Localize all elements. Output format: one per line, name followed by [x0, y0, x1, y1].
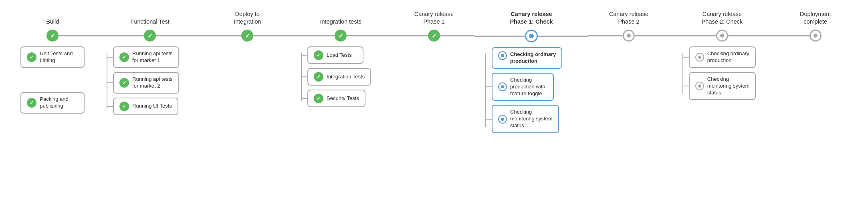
- stage-canary2-title: Canary releasePhase 2: [608, 7, 650, 28]
- stage-deploy-integration: Deploy toIntegration ✓: [207, 7, 288, 42]
- stage-deployment-complete: Deploymentcomplete: [775, 7, 856, 42]
- stage-canary2check-node-row: [669, 30, 775, 42]
- job-checking-ordinary-prod: Checking ordinaryproduction: [492, 47, 562, 69]
- job-integration-tests-inner: ✓ Integration Tests: [307, 68, 371, 86]
- deploy-node: ✓: [241, 30, 253, 42]
- job-load-tests: ✓ Load Tests: [307, 46, 363, 64]
- stage-integration-tests: Integration tests ✓ ✓ Load Tests ✓ Integ…: [288, 7, 394, 107]
- stage-integration-node-row: ✓: [288, 30, 394, 42]
- integration-node: ✓: [335, 30, 347, 42]
- line-left-deploy: [207, 35, 241, 36]
- stage-build: Build ✓ ✓ Unit Tests andLinting ✓ Packin…: [12, 7, 93, 114]
- deployment-node: [809, 30, 822, 42]
- line-left-deployment: [775, 35, 809, 36]
- canary2-node: [623, 30, 635, 42]
- stage-build-node-row: ✓: [12, 30, 93, 42]
- line-left-canary2: [588, 35, 623, 36]
- job-unit-tests: ✓ Unit Tests andLinting: [20, 46, 85, 68]
- job-security-tests: ✓ Security Tests: [307, 90, 365, 107]
- stage-build-title: Build: [44, 7, 61, 28]
- pipeline-container: Build ✓ ✓ Unit Tests andLinting ✓ Packin…: [0, 0, 868, 133]
- job-checking-ordinary-phase2: Checking ordinaryproduction: [689, 46, 756, 68]
- stage-canary-phase2-check: Canary releasePhase 2: Check Checking or…: [669, 7, 775, 100]
- line-right-integration: [347, 35, 394, 36]
- stage-deploy-node-row: ✓: [207, 30, 288, 42]
- stage-canary2check-title: Canary releasePhase 2: Check: [700, 7, 744, 28]
- functional-node: ✓: [144, 30, 156, 42]
- stage-integration-title: Integration tests: [319, 7, 363, 28]
- stage-canary1check-title: Canary releasePhase 1: Check: [508, 7, 554, 28]
- line-left-canary1: [394, 35, 428, 36]
- functional-jobs: ✓ Running api testsfor market 1 ✓ Runnin…: [93, 46, 207, 115]
- stage-canary1-node-row: ✓: [394, 30, 475, 42]
- line-left: [12, 35, 46, 36]
- stage-deployment-node-row: [775, 30, 856, 42]
- stage-deployment-title: Deploymentcomplete: [798, 7, 832, 28]
- stage-canary-phase1: Canary releasePhase 1 ✓: [394, 7, 475, 42]
- canary2check-jobs: Checking ordinaryproduction Checkingmoni…: [669, 46, 775, 100]
- line-right-canary2: [635, 35, 669, 36]
- job-checking-prod-feature: Checkingproduction withfeature toggle: [492, 73, 554, 101]
- build-node: ✓: [46, 30, 59, 42]
- stage-canary-phase2: Canary releasePhase 2: [588, 7, 670, 42]
- integration-jobs: ✓ Load Tests ✓ Integration Tests ✓ Secur…: [288, 46, 394, 107]
- canary2check-node: [716, 30, 728, 42]
- stage-deploy-title: Deploy toIntegration: [232, 7, 263, 28]
- canary1-node: ✓: [428, 30, 440, 42]
- line-right-canary2check: [728, 35, 775, 36]
- stage-functional-node-row: ✓: [93, 30, 207, 42]
- line-right-functional: [156, 35, 207, 36]
- job-packing: ✓ Packing andpublishing: [20, 92, 85, 114]
- line-right-deploy: [253, 35, 288, 36]
- line-right-build: [59, 35, 93, 36]
- line-left-canary1check: [474, 36, 525, 37]
- canary1check-jobs: Checking ordinaryproduction Checkingprod…: [474, 47, 588, 133]
- job-checking-monitoring-phase1: Checkingmonitoring systemstatus: [492, 105, 559, 133]
- line-left-functional: [93, 35, 144, 36]
- line-right-deployment: [822, 35, 856, 36]
- job-checking-monitoring-phase2: Checkingmonitoring systemstatus: [689, 72, 756, 100]
- line-right-canary1: [440, 35, 474, 36]
- stage-functional-title: Functional Test: [129, 7, 171, 28]
- job-ui-tests: ✓ Running UI Tests: [113, 98, 178, 115]
- stage-canary1-title: Canary releasePhase 1: [413, 7, 455, 28]
- stage-canary-phase1-check: Canary releasePhase 1: Check Checking or…: [474, 7, 588, 133]
- job-api-market2: ✓ Running api testsfor market 2: [113, 72, 179, 94]
- stage-canary2-node-row: [588, 30, 670, 42]
- stage-canary1check-node-row: [474, 30, 588, 42]
- line-left-canary2check: [669, 35, 716, 36]
- canary1check-node: [525, 30, 538, 42]
- line-left-integration: [288, 35, 335, 36]
- job-api-market1: ✓ Running api testsfor market 1: [113, 46, 179, 68]
- build-jobs: ✓ Unit Tests andLinting ✓ Packing andpub…: [12, 46, 93, 114]
- line-right-canary1check: [538, 36, 588, 37]
- stage-functional-test: Functional Test ✓ ✓ Running api testsfor…: [93, 7, 207, 115]
